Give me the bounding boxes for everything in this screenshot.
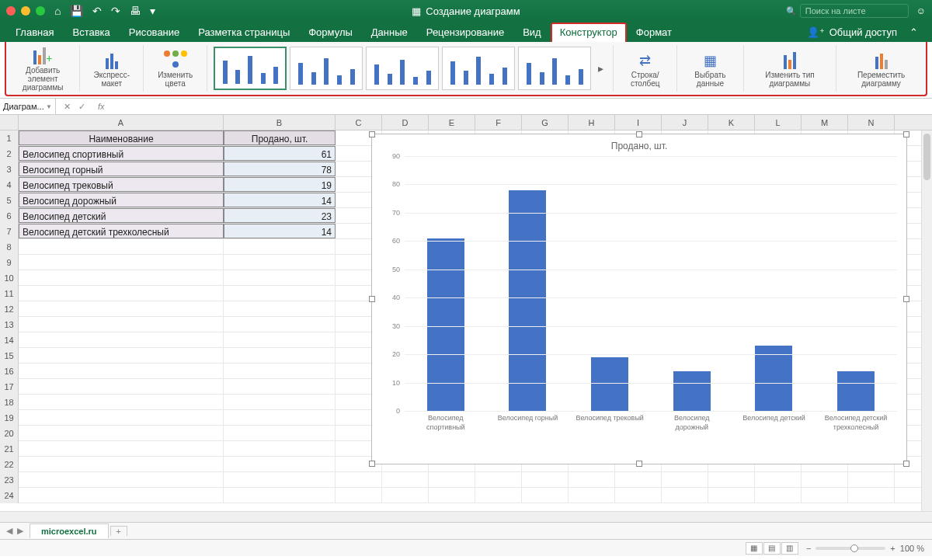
change-chart-type-button[interactable]: Изменить тип диаграммы	[744, 45, 836, 92]
column-header[interactable]: L	[755, 115, 802, 130]
select-data-button[interactable]: ▦ Выбрать данные	[677, 45, 744, 92]
cell[interactable]	[382, 472, 429, 487]
qat-more-icon[interactable]: ▾	[150, 5, 155, 17]
row-header[interactable]: 2	[0, 146, 19, 162]
cell[interactable]	[755, 472, 802, 487]
cell[interactable]	[19, 441, 224, 456]
home-icon[interactable]: ⌂	[54, 5, 61, 17]
row-header[interactable]: 24	[0, 488, 19, 503]
cell[interactable]	[224, 301, 336, 316]
tab-вставка[interactable]: Вставка	[63, 23, 119, 42]
row-header[interactable]: 16	[0, 363, 19, 379]
row-header[interactable]: 9	[0, 255, 19, 270]
cell[interactable]: 14	[224, 224, 336, 238]
column-header[interactable]: M	[802, 115, 848, 130]
cell[interactable]	[224, 457, 336, 471]
cell[interactable]	[755, 488, 802, 503]
close-window[interactable]	[6, 6, 16, 16]
cell[interactable]	[19, 286, 224, 301]
tab-рисование[interactable]: Рисование	[120, 23, 189, 42]
cell[interactable]	[224, 379, 336, 394]
cell[interactable]: Велосипед спортивный	[19, 146, 224, 161]
row-header[interactable]: 18	[0, 395, 19, 410]
tab-формулы[interactable]: Формулы	[299, 23, 362, 42]
spreadsheet-grid[interactable]: ABCDEFGHIJKLMN 1НаименованиеПродано, шт.…	[0, 115, 932, 511]
cell[interactable]	[224, 239, 336, 254]
chart-bar[interactable]	[755, 346, 792, 411]
cell[interactable]	[19, 488, 224, 503]
cell[interactable]	[224, 426, 336, 440]
row-header[interactable]: 17	[0, 379, 19, 395]
cell[interactable]	[429, 472, 475, 487]
cell[interactable]	[19, 239, 224, 254]
cell[interactable]	[224, 363, 336, 378]
column-header[interactable]: G	[522, 115, 569, 130]
cell[interactable]	[19, 457, 224, 471]
row-header[interactable]: 11	[0, 286, 19, 301]
cell[interactable]	[19, 472, 224, 487]
cell[interactable]	[522, 472, 569, 487]
cell[interactable]: Продано, шт.	[224, 130, 336, 145]
page-break-view-button[interactable]: ▥	[781, 542, 798, 555]
cell[interactable]	[224, 395, 336, 409]
zoom-level[interactable]: 100 %	[900, 544, 924, 553]
cell[interactable]	[19, 270, 224, 285]
search-box[interactable]: 🔍	[786, 4, 909, 18]
sheet-tab[interactable]: microexcel.ru	[30, 523, 109, 538]
column-header[interactable]: H	[569, 115, 615, 130]
row-header[interactable]: 8	[0, 239, 19, 255]
save-icon[interactable]: 💾	[70, 5, 83, 17]
tab-конструктор[interactable]: Конструктор	[551, 23, 627, 42]
cell[interactable]	[336, 472, 382, 487]
cell[interactable]	[802, 472, 848, 487]
cell[interactable]	[19, 379, 224, 394]
undo-icon[interactable]: ↶	[92, 5, 102, 17]
column-header[interactable]: K	[708, 115, 755, 130]
tab-рецензирование[interactable]: Рецензирование	[417, 23, 513, 42]
cell[interactable]: Велосипед горный	[19, 162, 224, 176]
row-header[interactable]: 15	[0, 348, 19, 363]
row-header[interactable]: 21	[0, 441, 19, 457]
cell[interactable]	[475, 472, 522, 487]
chart-bar[interactable]	[837, 371, 875, 411]
cell[interactable]	[19, 332, 224, 347]
cell[interactable]	[19, 395, 224, 409]
horizontal-scrollbar[interactable]	[0, 511, 932, 522]
chart-resize-handle[interactable]	[903, 131, 909, 137]
cell[interactable]	[19, 363, 224, 378]
cell[interactable]	[848, 488, 895, 503]
cell[interactable]: Велосипед трековый	[19, 177, 224, 192]
name-box[interactable]: Диаграм...▼	[0, 99, 56, 114]
select-all-corner[interactable]	[0, 115, 19, 130]
cell[interactable]	[708, 488, 755, 503]
column-header[interactable]: E	[429, 115, 475, 130]
cell[interactable]	[224, 472, 336, 487]
chart-style-5[interactable]	[518, 47, 591, 90]
switch-row-column-button[interactable]: ⇄ Строка/столбец	[614, 45, 677, 92]
cell[interactable]	[224, 332, 336, 347]
cell[interactable]	[224, 348, 336, 363]
change-colors-button[interactable]: Изменить цвета	[144, 45, 207, 92]
add-sheet-button[interactable]: +	[110, 526, 127, 536]
chart-bar[interactable]	[673, 371, 711, 411]
tab-разметка страницы[interactable]: Разметка страницы	[189, 23, 299, 42]
share-button[interactable]: 👤⁺ Общий доступ ⌃	[799, 23, 926, 42]
normal-view-button[interactable]: ▦	[746, 542, 763, 555]
cell[interactable]	[224, 286, 336, 301]
enter-formula-icon[interactable]: ✓	[78, 102, 85, 112]
row-header[interactable]: 7	[0, 224, 19, 239]
column-header[interactable]: A	[19, 115, 224, 130]
column-header[interactable]: I	[615, 115, 662, 130]
cell[interactable]	[569, 488, 615, 503]
cell[interactable]	[475, 488, 522, 503]
cell[interactable]	[429, 488, 475, 503]
chart-style-3[interactable]	[366, 47, 439, 90]
chart-bar[interactable]	[591, 357, 628, 411]
page-layout-view-button[interactable]: ▤	[763, 542, 781, 555]
cell[interactable]	[224, 488, 336, 503]
column-header[interactable]: C	[336, 115, 382, 130]
cell[interactable]	[224, 270, 336, 285]
cell[interactable]: 14	[224, 193, 336, 207]
redo-icon[interactable]: ↷	[111, 5, 120, 17]
row-header[interactable]: 12	[0, 301, 19, 317]
